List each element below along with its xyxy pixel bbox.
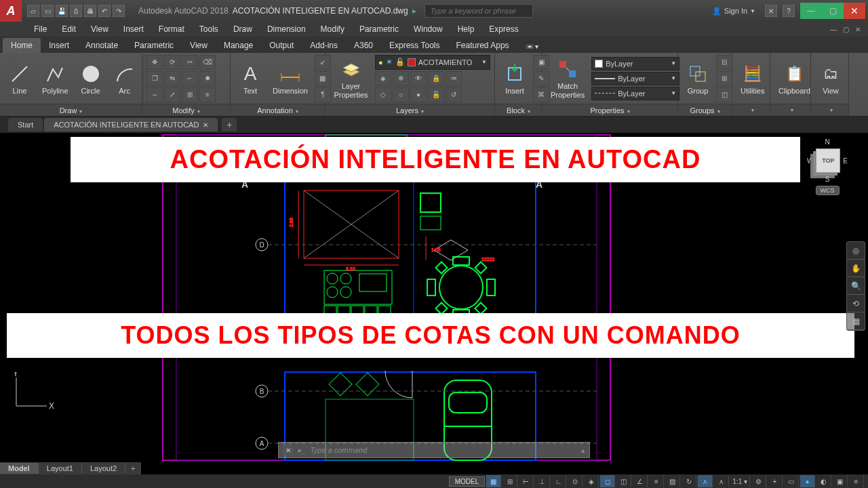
stretch-icon[interactable]: ↔ xyxy=(146,87,163,102)
panel-properties-title[interactable]: Properties xyxy=(542,104,677,116)
layer-off-icon[interactable]: 👁 xyxy=(410,71,427,86)
app-logo[interactable]: A xyxy=(0,0,22,22)
signin-button[interactable]: 👤 Sign In ▼ xyxy=(708,7,760,16)
qat-redo-icon[interactable]: ↷ xyxy=(113,5,125,17)
doc-minimize-button[interactable]: — xyxy=(829,24,838,34)
menu-help[interactable]: Help xyxy=(451,22,481,36)
group-select-icon[interactable]: ◫ xyxy=(716,87,732,102)
layer-uniso-icon[interactable]: ◇ xyxy=(375,87,391,102)
tab-annotate[interactable]: Annotate xyxy=(77,38,126,53)
dimension-tool[interactable]: Dimension xyxy=(269,61,312,96)
qat-open-icon[interactable]: ▭ xyxy=(41,5,54,17)
scale-icon[interactable]: ⤢ xyxy=(164,87,180,102)
minimize-button[interactable]: — xyxy=(800,3,822,19)
vc-top[interactable]: TOP xyxy=(816,148,840,173)
status-gear-icon[interactable]: ⚙ xyxy=(751,475,766,487)
status-lwt-icon[interactable]: ≡ xyxy=(649,475,664,487)
panel-modify-title[interactable]: Modify xyxy=(142,104,230,116)
view-tool[interactable]: 🗂View xyxy=(815,61,846,96)
mirror-icon[interactable]: ⇋ xyxy=(164,71,180,86)
arc-tool[interactable]: Arc xyxy=(109,61,140,96)
copy-icon[interactable]: ❐ xyxy=(146,71,163,86)
qat-saveas-icon[interactable]: ⎙ xyxy=(70,5,82,17)
status-anno-icon[interactable]: ⋏ xyxy=(698,475,713,487)
wcs-badge[interactable]: WCS xyxy=(816,186,840,195)
panel-annotation-title[interactable]: Annotation xyxy=(231,104,325,116)
color-dropdown[interactable]: ByLayer▼ xyxy=(591,57,679,70)
group-edit-icon[interactable]: ⊞ xyxy=(716,71,732,86)
menu-tools[interactable]: Tools xyxy=(193,22,225,36)
vc-e[interactable]: E xyxy=(843,157,848,165)
layer-thaw-icon[interactable]: ☼ xyxy=(393,87,409,102)
line-tool[interactable]: Line xyxy=(4,61,35,96)
move-icon[interactable]: ✥ xyxy=(146,55,163,70)
status-clean-icon[interactable]: ▣ xyxy=(833,475,848,487)
menu-draw[interactable]: Draw xyxy=(226,22,259,36)
menu-file[interactable]: File xyxy=(27,22,54,36)
panel-groups-title[interactable]: Groups xyxy=(678,104,732,116)
circle-tool[interactable]: Circle xyxy=(75,61,106,96)
layout-1[interactable]: Layout1 xyxy=(39,463,82,474)
layer-dropdown[interactable]: ● ☀ 🔓 ACOTAMIENTO ▼ xyxy=(375,55,490,70)
lineweight-dropdown[interactable]: ByLayer▼ xyxy=(591,72,679,85)
drawing-canvas[interactable]: D B A A A 2.88 3.10 1.55 22222 ACOTACIÓN… xyxy=(0,133,868,462)
offset-icon[interactable]: ≡ xyxy=(199,87,216,102)
tab-output[interactable]: Output xyxy=(261,38,302,53)
help-search-input[interactable] xyxy=(425,4,533,18)
polyline-tool[interactable]: Polyline xyxy=(38,61,73,96)
tab-a360[interactable]: A360 xyxy=(346,38,381,53)
layout-model[interactable]: Model xyxy=(0,463,39,474)
status-hw-icon[interactable]: ● xyxy=(800,475,815,487)
menu-window[interactable]: Window xyxy=(407,22,450,36)
insert-block-tool[interactable]: Insert xyxy=(499,61,530,96)
array-icon[interactable]: ⊞ xyxy=(182,87,198,102)
layer-on-icon[interactable]: ● xyxy=(410,87,427,102)
tab-view[interactable]: View xyxy=(182,38,216,53)
menu-edit[interactable]: Edit xyxy=(55,22,83,36)
menu-modify[interactable]: Modify xyxy=(314,22,351,36)
help-icon[interactable]: ? xyxy=(783,5,795,17)
panel-draw-title[interactable]: Draw xyxy=(0,104,142,116)
new-tab-button[interactable]: + xyxy=(222,118,237,131)
linetype-dropdown[interactable]: ByLayer▼ xyxy=(591,87,679,100)
tab-featured[interactable]: Featured Apps xyxy=(448,38,517,53)
start-tab[interactable]: Start xyxy=(8,118,43,131)
rotate-icon[interactable]: ⟳ xyxy=(164,55,180,70)
command-line[interactable]: ✕ ▸_ Type a command ▴ xyxy=(278,442,590,458)
exchange-icon[interactable]: ✕ xyxy=(765,5,777,17)
tab-insert[interactable]: Insert xyxy=(41,38,77,53)
status-grid-icon[interactable]: ▦ xyxy=(486,475,501,487)
menu-insert[interactable]: Insert xyxy=(117,22,151,36)
layer-prev-icon[interactable]: ↺ xyxy=(446,87,462,102)
maximize-button[interactable]: ▢ xyxy=(822,3,844,19)
match-properties-tool[interactable]: Match Properties xyxy=(547,56,589,100)
vc-n[interactable]: N xyxy=(807,138,848,146)
layout-add-button[interactable]: + xyxy=(125,463,140,474)
menu-parametric[interactable]: Parametric xyxy=(353,22,406,36)
status-infer-icon[interactable]: ⊢ xyxy=(519,475,534,487)
layer-properties-tool[interactable]: Layer Properties xyxy=(330,56,372,100)
status-ws-icon[interactable]: + xyxy=(768,475,783,487)
erase-icon[interactable]: ⌫ xyxy=(199,55,216,70)
status-ortho-icon[interactable]: ∟ xyxy=(551,475,566,487)
nav-pan-icon[interactable]: ✋ xyxy=(847,260,865,277)
trim-icon[interactable]: ✂ xyxy=(182,55,198,70)
tab-addins[interactable]: Add-ins xyxy=(302,38,346,53)
panel-block-title[interactable]: Block xyxy=(495,104,542,116)
vc-s[interactable]: S xyxy=(807,176,848,183)
panel-view-title[interactable]: . xyxy=(811,104,848,116)
status-trans-icon[interactable]: ▨ xyxy=(665,475,680,487)
status-scale[interactable]: 1:1 ▾ xyxy=(730,475,750,487)
menu-view[interactable]: View xyxy=(84,22,115,36)
close-button[interactable]: ✕ xyxy=(844,3,865,19)
status-monitor-icon[interactable]: ▭ xyxy=(784,475,799,487)
status-osnap-icon[interactable]: ◻ xyxy=(600,475,615,487)
layout-2[interactable]: Layout2 xyxy=(82,463,125,474)
panel-utilities-title[interactable]: . xyxy=(732,104,770,116)
status-custom-icon[interactable]: ≡ xyxy=(849,475,864,487)
status-cycle-icon[interactable]: ↻ xyxy=(682,475,696,487)
doc-close-button[interactable]: ✕ xyxy=(853,24,863,34)
view-cube[interactable]: N WTOPE S WCS xyxy=(807,138,848,199)
status-3dosnap-icon[interactable]: ◫ xyxy=(616,475,631,487)
fillet-icon[interactable]: ⌐ xyxy=(182,71,198,86)
